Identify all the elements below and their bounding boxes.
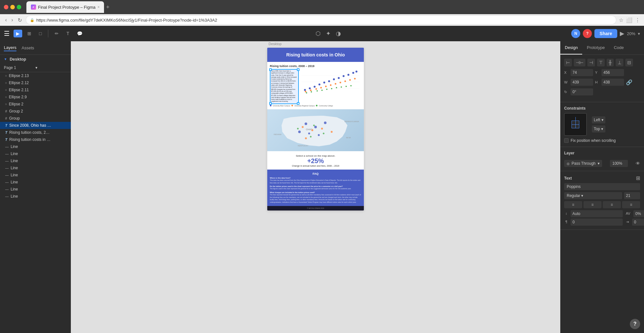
layer-text-rising-in[interactable]: T Rising tuition costs in …: [0, 136, 71, 143]
visibility-toggle[interactable]: 👁: [636, 161, 640, 166]
distribute-button[interactable]: ⊟: [625, 59, 633, 66]
cast-icon[interactable]: ⬜: [626, 17, 632, 23]
align-center-h-button[interactable]: ⊣⊢: [574, 59, 585, 66]
layer-line-2[interactable]: — Line: [0, 150, 71, 157]
layer-line-6[interactable]: — Line: [0, 179, 71, 186]
tab-close-button[interactable]: ×: [97, 5, 99, 9]
y-input[interactable]: [601, 69, 624, 76]
theme-icon[interactable]: ◑: [336, 30, 341, 37]
text-align-justify-button[interactable]: ≡: [622, 201, 640, 208]
rotation-input[interactable]: [571, 88, 593, 95]
line-height-input[interactable]: [571, 210, 623, 217]
layer-ellipse-2-13[interactable]: ○ Ellipse 2.13: [0, 72, 71, 79]
comment-tool[interactable]: 💬: [74, 30, 85, 37]
close-button[interactable]: [4, 5, 8, 9]
forward-button[interactable]: ›: [10, 16, 14, 24]
play-button[interactable]: ▶: [620, 30, 624, 37]
tab-prototype[interactable]: Prototype: [582, 41, 609, 54]
chart-section: Rising tuition costs, 2008 – 2019 Since …: [267, 62, 364, 109]
align-bottom-button[interactable]: ⊥: [616, 59, 623, 66]
constraint-vertical-select[interactable]: Top ▾: [592, 125, 605, 132]
text-align-right-button[interactable]: ≡: [603, 201, 621, 208]
faq-section: FAQ Where is this data from? This data h…: [267, 170, 364, 206]
align-top-button[interactable]: ⊤: [597, 59, 605, 66]
fix-scrolling-checkbox[interactable]: [564, 138, 569, 143]
shape-tool[interactable]: □: [36, 30, 44, 37]
layer-line-1[interactable]: — Line: [0, 143, 71, 150]
desktop-frame-item[interactable]: ▼ Desktop: [0, 55, 71, 64]
text-indent-input[interactable]: [632, 219, 644, 226]
h-input[interactable]: [601, 79, 624, 86]
text-align-center-button[interactable]: ≡: [583, 201, 601, 208]
constraint-inner-box: [572, 121, 579, 128]
layer-section: Layer ◎ Pass Through ▾ 👁: [560, 147, 644, 171]
w-input[interactable]: [571, 79, 593, 86]
font-style-selector[interactable]: Regular ▾: [564, 192, 622, 199]
right-panel: Design Prototype Code ⊢ ⊣⊢ ⊣ ⊤ ╫ ⊥ ⊟ X Y: [560, 41, 644, 333]
reload-button[interactable]: ↻: [16, 16, 23, 24]
browser-chrome: F Final Project Protoype – Figma × +: [0, 0, 644, 14]
constrain-proportions-icon[interactable]: 🔗: [626, 79, 632, 85]
more-icon[interactable]: ⋮: [635, 17, 640, 23]
layer-line-5[interactable]: — Line: [0, 171, 71, 179]
tab-assets[interactable]: Assets: [22, 45, 34, 51]
constraint-horizontal-select[interactable]: Left ▾: [592, 116, 605, 123]
circle-icon: ○: [5, 95, 7, 99]
rotation-row: ↻: [564, 88, 640, 95]
component-icon[interactable]: ⬡: [316, 30, 321, 37]
text-section-expand-icon[interactable]: ⊞: [636, 175, 640, 181]
layer-line-3[interactable]: — Line: [0, 157, 71, 164]
layer-ellipse-2-12[interactable]: ○ Ellipse 2.12: [0, 79, 71, 86]
page-selector[interactable]: Page 1 ▾: [0, 64, 71, 72]
layer-ellipse-2-9[interactable]: ○ Ellipse 2.9: [0, 93, 71, 101]
tab-favicon: F: [31, 5, 36, 10]
line-type-icon: —: [5, 173, 9, 177]
opacity-input[interactable]: [612, 161, 625, 166]
align-center-v-button[interactable]: ╫: [607, 59, 614, 66]
layer-line-4[interactable]: — Line: [0, 164, 71, 171]
panel-bottom: ?: [560, 230, 644, 333]
layer-ellipse-2[interactable]: ○ Ellipse 2: [0, 101, 71, 108]
blend-mode-dropdown[interactable]: ◎ Pass Through ▾: [564, 160, 602, 167]
font-family-selector[interactable]: Poppins: [564, 183, 640, 190]
text-tool[interactable]: T: [64, 30, 72, 37]
layer-text-since[interactable]: T Since 2008, Ohio has …: [0, 122, 71, 129]
svg-point-41: [305, 122, 307, 125]
frame-header: Rising tuition costs in Ohio: [267, 48, 364, 62]
text-align-left-button[interactable]: ≡: [564, 201, 582, 208]
layer-text-rising-costs[interactable]: T Rising tuition costs, 2…: [0, 129, 71, 136]
tab-code[interactable]: Code: [609, 41, 628, 54]
letter-spacing-input[interactable]: [633, 210, 644, 217]
star-icon[interactable]: ☆: [619, 17, 623, 23]
layer-line-8[interactable]: — Line: [0, 193, 71, 200]
select-tool[interactable]: ▶: [14, 30, 22, 37]
layer-ellipse-2-11[interactable]: ○ Ellipse 2.11: [0, 86, 71, 93]
x-input[interactable]: [571, 69, 593, 76]
zoom-level[interactable]: 20%: [627, 31, 635, 36]
layer-group[interactable]: # Group: [0, 115, 71, 122]
tab-design[interactable]: Design: [560, 41, 582, 54]
active-tab[interactable]: F Final Project Protoype – Figma ×: [26, 1, 104, 13]
tab-layers[interactable]: Layers: [4, 44, 16, 51]
fullscreen-button[interactable]: [17, 5, 21, 9]
zoom-chevron-icon[interactable]: ▾: [638, 31, 640, 36]
back-button[interactable]: ‹: [4, 16, 8, 24]
font-size-input[interactable]: [624, 192, 640, 199]
new-tab-button[interactable]: +: [106, 4, 109, 10]
paragraph-spacing-input[interactable]: [571, 219, 623, 226]
align-left-button[interactable]: ⊢: [564, 59, 572, 66]
design-frame: Rising tuition costs in Ohio Rising tuit…: [267, 48, 364, 211]
layer-line-7[interactable]: — Line: [0, 186, 71, 193]
frame-tool[interactable]: ⊞: [25, 30, 34, 37]
pen-tool[interactable]: ✏: [52, 30, 61, 37]
share-button[interactable]: Share: [594, 29, 617, 38]
plugins-icon[interactable]: ✦: [326, 30, 331, 37]
layer-name: Line: [11, 159, 18, 163]
layer-group-2[interactable]: # Group 2: [0, 108, 71, 115]
main-menu-icon[interactable]: ☰: [4, 30, 10, 37]
svg-point-25: [354, 78, 356, 80]
help-button[interactable]: ?: [630, 319, 640, 329]
minimize-button[interactable]: [10, 5, 15, 9]
address-input-wrap[interactable]: 🔒 https://www.figma.com/file/gdY7deKXIMK…: [26, 15, 616, 24]
align-right-button[interactable]: ⊣: [587, 59, 595, 66]
